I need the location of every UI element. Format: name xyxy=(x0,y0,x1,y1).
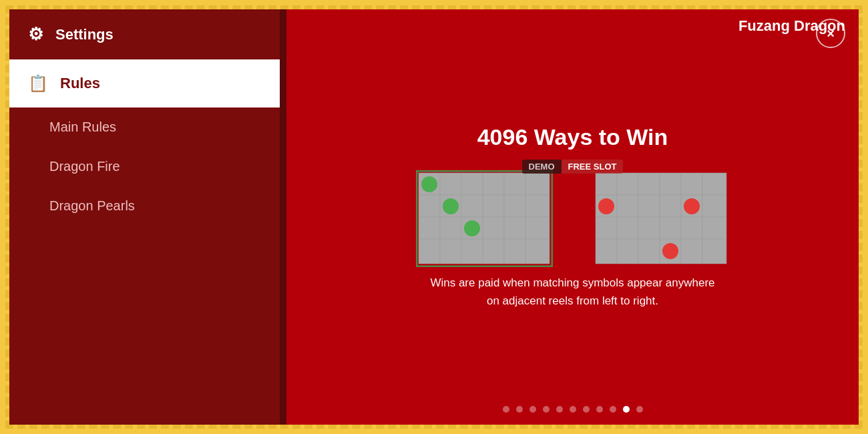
svg-rect-11 xyxy=(504,195,525,217)
svg-rect-46 xyxy=(596,239,617,264)
gear-icon: ⚙ xyxy=(28,24,43,45)
svg-rect-50 xyxy=(681,239,702,264)
svg-rect-6 xyxy=(525,173,550,195)
right-grid xyxy=(593,170,730,267)
dragon-pearls-label: Dragon Pearls xyxy=(49,198,135,214)
svg-rect-12 xyxy=(525,195,550,217)
svg-rect-30 xyxy=(638,173,660,195)
main-content: Fuzang Dragon × 4096 Ways to Win xyxy=(286,9,859,425)
top-bar: Fuzang Dragon xyxy=(286,9,859,35)
pagination-dot-2[interactable] xyxy=(529,406,536,413)
sidebar-item-dragon-fire[interactable]: Dragon Fire xyxy=(9,147,286,186)
svg-rect-42 xyxy=(638,217,660,239)
dragon-fire-label: Dragon Fire xyxy=(49,159,120,174)
sidebar-settings-label: Settings xyxy=(55,26,114,43)
svg-rect-32 xyxy=(681,173,702,195)
pagination-dot-9[interactable] xyxy=(623,406,630,413)
svg-rect-41 xyxy=(617,217,638,239)
description-line1: Wins are paid when matching symbols appe… xyxy=(430,276,714,289)
main-rules-label: Main Rules xyxy=(49,120,116,135)
pagination-dot-6[interactable] xyxy=(583,406,590,413)
svg-rect-43 xyxy=(660,217,681,239)
description-line2: on adjacent reels from left to right. xyxy=(487,294,658,307)
sidebar: ⚙ Settings 📋 Rules Main Rules Dragon Fir… xyxy=(9,9,286,425)
svg-rect-33 xyxy=(702,173,726,195)
svg-rect-28 xyxy=(596,173,617,195)
sidebar-item-main-rules[interactable]: Main Rules xyxy=(9,107,286,147)
sidebar-item-settings[interactable]: ⚙ Settings xyxy=(9,9,286,59)
svg-rect-13 xyxy=(419,217,440,239)
description-text: Wins are paid when matching symbols appe… xyxy=(430,274,714,310)
svg-rect-18 xyxy=(525,217,550,239)
svg-point-27 xyxy=(464,220,480,236)
svg-rect-10 xyxy=(483,195,504,217)
section-title: 4096 Ways to Win xyxy=(477,124,668,150)
sidebar-rules-label: Rules xyxy=(60,75,100,92)
svg-rect-22 xyxy=(483,239,504,264)
svg-rect-21 xyxy=(461,239,483,264)
svg-rect-14 xyxy=(440,217,461,239)
pagination-dot-4[interactable] xyxy=(556,406,563,413)
grids-row xyxy=(416,170,730,267)
svg-point-52 xyxy=(598,198,614,214)
svg-point-26 xyxy=(443,198,459,214)
svg-rect-31 xyxy=(660,173,681,195)
svg-rect-20 xyxy=(440,239,461,264)
svg-rect-3 xyxy=(461,173,483,195)
svg-rect-5 xyxy=(504,173,525,195)
svg-rect-19 xyxy=(419,239,440,264)
left-grid-container xyxy=(416,170,553,267)
svg-rect-51 xyxy=(702,239,726,264)
app-container: ⚙ Settings 📋 Rules Main Rules Dragon Fir… xyxy=(5,5,863,429)
svg-rect-40 xyxy=(596,217,617,239)
svg-point-54 xyxy=(662,243,678,259)
pagination-dots xyxy=(286,399,859,425)
svg-rect-35 xyxy=(617,195,638,217)
svg-rect-29 xyxy=(617,173,638,195)
pagination-dot-7[interactable] xyxy=(596,406,603,413)
pagination-dot-10[interactable] xyxy=(636,406,643,413)
sidebar-item-rules[interactable]: 📋 Rules xyxy=(9,59,286,107)
pagination-dot-3[interactable] xyxy=(543,406,550,413)
svg-rect-17 xyxy=(504,217,525,239)
left-grid xyxy=(416,170,553,267)
svg-rect-16 xyxy=(483,217,504,239)
content-area: 4096 Ways to Win xyxy=(286,35,859,399)
svg-rect-47 xyxy=(617,239,638,264)
svg-rect-39 xyxy=(702,195,726,217)
svg-rect-2 xyxy=(440,173,461,195)
svg-rect-24 xyxy=(525,239,550,264)
svg-rect-23 xyxy=(504,239,525,264)
svg-rect-36 xyxy=(638,195,660,217)
svg-rect-45 xyxy=(702,217,726,239)
svg-rect-48 xyxy=(638,239,660,264)
pagination-dot-8[interactable] xyxy=(610,406,616,413)
svg-rect-7 xyxy=(419,195,440,217)
pagination-dot-0[interactable] xyxy=(503,406,509,413)
pagination-dot-5[interactable] xyxy=(570,406,576,413)
sidebar-item-dragon-pearls[interactable]: Dragon Pearls xyxy=(9,186,286,226)
pagination-dot-1[interactable] xyxy=(516,406,523,413)
svg-point-25 xyxy=(421,176,437,192)
right-grid-container xyxy=(593,170,730,267)
svg-rect-4 xyxy=(483,173,504,195)
rules-icon: 📋 xyxy=(28,74,48,93)
svg-rect-37 xyxy=(660,195,681,217)
svg-rect-44 xyxy=(681,217,702,239)
svg-point-53 xyxy=(684,198,700,214)
svg-rect-9 xyxy=(461,195,483,217)
